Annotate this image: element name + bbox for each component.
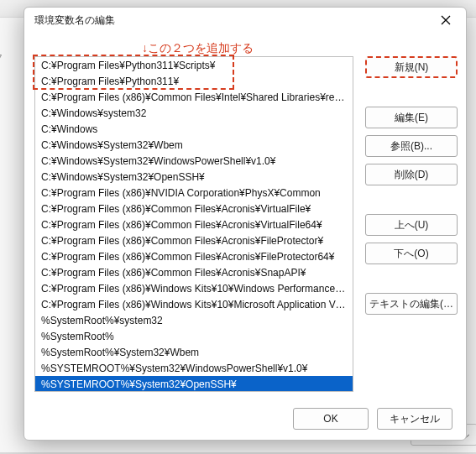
path-listbox[interactable]: C:¥Program Files¥Python311¥Scripts¥C:¥Pr… (34, 56, 353, 392)
list-item[interactable]: C:¥Program Files (x86)¥NVIDIA Corporatio… (35, 185, 353, 201)
titlebar: 環境変数名の編集 (24, 8, 466, 33)
list-item[interactable]: C:¥Program Files (x86)¥Common Files¥Inte… (35, 89, 353, 105)
list-item[interactable]: C:¥Windows¥System32¥Wbem (35, 137, 353, 153)
list-item[interactable]: C:¥Program Files (x86)¥Windows Kits¥10¥M… (35, 296, 353, 312)
list-item[interactable]: C:¥Program Files¥Python311¥ (35, 73, 353, 89)
dialog-footer: OK キャンセル (34, 399, 456, 430)
bg-col-1: sss17 変 O Pa TE TM (0, 51, 2, 142)
list-item[interactable]: C:¥Program Files (x86)¥Common Files¥Acro… (35, 217, 353, 232)
list-item[interactable]: %SystemRoot%¥System32¥Wbem (35, 344, 353, 360)
list-item[interactable]: C:¥Program Files¥Python311¥Scripts¥ (35, 57, 353, 73)
list-item[interactable]: %SYSTEMROOT%¥System32¥OpenSSH¥ (35, 376, 353, 392)
list-item[interactable]: C:¥Program Files (x86)¥Common Files¥Acro… (35, 232, 353, 248)
list-item[interactable]: C:¥Program Files (x86)¥Windows Kits¥10¥W… (35, 280, 353, 296)
list-item[interactable]: C:¥Windows¥system32 (35, 105, 353, 121)
close-icon (441, 15, 451, 25)
dialog-title: 環境変数名の編集 (34, 13, 115, 28)
browse-button[interactable]: 参照(B)... (365, 135, 458, 157)
list-item[interactable]: C:¥Program Files (x86)¥Common Files¥Acro… (35, 264, 353, 280)
list-item[interactable]: %SYSTEMROOT%¥System32¥WindowsPowerShell¥… (35, 360, 353, 376)
ok-button[interactable]: OK (293, 408, 369, 430)
move-up-button[interactable]: 上へ(U) (365, 214, 458, 236)
list-item[interactable]: C:¥Program Files (x86)¥Common Files¥Acro… (35, 248, 353, 264)
side-button-column: 新規(N) 編集(E) 参照(B)... 削除(D) 上へ(U) 下へ(O) テ… (365, 56, 458, 315)
move-down-button[interactable]: 下へ(O) (365, 243, 458, 264)
edit-button[interactable]: 編集(E) (365, 107, 458, 128)
close-button[interactable] (431, 9, 461, 31)
list-item[interactable]: C:¥Program Files (x86)¥Common Files¥Acro… (35, 201, 353, 217)
list-item[interactable]: C:¥Windows¥System32¥OpenSSH¥ (35, 169, 353, 185)
list-item[interactable]: C:¥Windows¥System32¥WindowsPowerShell¥v1… (35, 153, 353, 169)
edit-text-button[interactable]: テキストの編集(T)... (365, 293, 458, 315)
new-button[interactable]: 新規(N) (365, 56, 458, 78)
edit-env-dialog: 環境変数名の編集 ↓この２つを追加する C:¥Program Files¥Pyt… (24, 7, 467, 441)
list-item[interactable]: %SystemRoot% (35, 328, 353, 344)
delete-button[interactable]: 削除(D) (365, 164, 458, 185)
list-item[interactable]: %SystemRoot%¥system32 (35, 312, 353, 328)
cancel-button[interactable]: キャンセル (377, 408, 452, 430)
list-item[interactable]: C:¥Windows (35, 121, 353, 137)
